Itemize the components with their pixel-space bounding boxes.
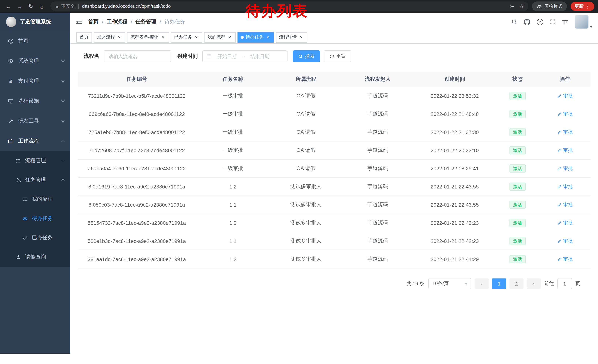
approve-link[interactable]: 审批 (557, 129, 573, 136)
table-row: 725a1eb6-7b88-11ec-8ef0-acde48001122 一级审… (78, 123, 590, 141)
edit-pencil-icon (557, 257, 562, 261)
tab-done-task[interactable]: 已办任务× (171, 32, 202, 42)
sidebar-item-done-task[interactable]: 已办任务 (0, 228, 70, 247)
sidebar-item-system[interactable]: 系统管理 (0, 51, 70, 71)
menu-dots-icon[interactable]: ⋮ (585, 4, 590, 9)
help-icon[interactable]: ? (537, 19, 543, 25)
sidebar-collapse-icon[interactable] (75, 18, 82, 25)
cell-process: OA 请假 (270, 87, 342, 105)
sidebar-item-devtools[interactable]: 研发工具 (0, 111, 70, 131)
approve-link[interactable]: 审批 (557, 238, 573, 244)
sidebar-item-infra[interactable]: 基础设施 (0, 91, 70, 111)
breadcrumb-workflow[interactable]: 工作流程 (107, 18, 127, 25)
tab-todo-task[interactable]: 待办任务× (238, 32, 274, 42)
reset-button[interactable]: 重置 (324, 50, 351, 62)
approve-link[interactable]: 审批 (557, 111, 573, 117)
process-name-input[interactable] (104, 50, 171, 62)
cell-starter: 芋道源码 (342, 178, 414, 196)
todo-task-table: 任务编号 任务名称 所属流程 流程发起人 创建时间 状态 操作 73211 (78, 72, 590, 268)
sidebar-item-todo-task[interactable]: 待办任务 (0, 209, 70, 228)
omnibox-divider: | (78, 4, 79, 9)
font-size-icon[interactable]: TT (562, 19, 568, 25)
sidebar-item-payment[interactable]: ¥ 支付管理 (0, 71, 70, 91)
user-menu[interactable]: ▾ (575, 15, 592, 29)
create-time-label: 创建时间 (177, 53, 198, 60)
approve-link[interactable]: 审批 (557, 219, 573, 226)
cell-starter: 芋道源码 (342, 159, 414, 178)
total-count: 共 16 条 (407, 280, 424, 287)
reload-icon[interactable]: ↻ (26, 1, 36, 11)
chevron-up-icon (61, 178, 65, 182)
col-task-name: 任务名称 (196, 72, 270, 87)
breadcrumb-task-mgmt[interactable]: 任务管理 (136, 18, 156, 25)
approve-link[interactable]: 审批 (557, 202, 573, 208)
bookmark-star-icon[interactable]: ☆ (519, 3, 524, 9)
breadcrumb-home[interactable]: 首页 (88, 18, 99, 25)
sidebar-item-workflow[interactable]: 工作流程 (0, 131, 70, 151)
chevron-up-icon (61, 139, 65, 143)
start-date-input[interactable] (213, 53, 241, 59)
tab-close-icon[interactable]: × (227, 35, 232, 40)
page-button-1[interactable]: 1 (492, 278, 506, 289)
cell-process: 测试多审批人 (270, 214, 342, 232)
chevron-down-icon (61, 119, 65, 123)
approve-link[interactable]: 审批 (557, 147, 573, 154)
fullscreen-icon[interactable] (550, 19, 556, 25)
page-content: 流程名 创建时间 - 搜索 (70, 44, 598, 354)
edit-pencil-icon (557, 112, 562, 116)
sidebar-item-home[interactable]: 首页 (0, 31, 70, 51)
prev-page-button[interactable]: ‹ (475, 278, 489, 289)
cell-process: 测试多审批人 (270, 196, 342, 214)
search-button[interactable]: 搜索 (293, 50, 320, 62)
cell-process: OA 请假 (270, 123, 342, 141)
search-icon[interactable] (511, 19, 517, 25)
back-icon[interactable]: ← (4, 1, 13, 11)
tab-my-process[interactable]: 我的流程× (204, 32, 236, 42)
approve-link[interactable]: 审批 (557, 183, 573, 190)
app-logo[interactable]: 芋道管理系统 (0, 13, 70, 31)
update-button[interactable]: 更新 ⋮ (571, 2, 594, 11)
page-button-2[interactable]: 2 (509, 278, 523, 289)
tab-close-icon[interactable]: × (194, 35, 199, 40)
date-range-picker[interactable]: - (202, 50, 288, 62)
table-row: a6aba0a4-7b6d-11ec-b781-acde48001122 一级审… (78, 159, 590, 178)
sidebar-item-task-mgmt[interactable]: 任务管理 (0, 170, 70, 190)
calendar-icon (206, 54, 212, 59)
breadcrumb-separator: / (160, 19, 161, 25)
tab-close-icon[interactable]: × (265, 35, 270, 40)
home-icon[interactable]: ⌂ (37, 1, 47, 11)
end-date-input[interactable] (246, 53, 274, 59)
approve-link[interactable]: 审批 (557, 165, 573, 172)
chevron-down-icon (61, 159, 65, 163)
sidebar-item-leave-query[interactable]: 请假查询 (0, 247, 70, 267)
tab-close-icon[interactable]: × (117, 35, 122, 40)
edit-pencil-icon (557, 130, 562, 134)
password-key-icon[interactable] (509, 4, 515, 9)
avatar[interactable] (575, 15, 589, 29)
edit-pencil-icon (557, 184, 562, 189)
approve-link[interactable]: 审批 (557, 93, 573, 99)
tab-close-icon[interactable]: × (299, 35, 304, 40)
screenshot-root: ← → ↻ ⌂ ▲ 不安全 | dashboard.yudao.iocoder.… (0, 0, 598, 364)
forward-icon[interactable]: → (15, 1, 25, 11)
tab-start-process[interactable]: 发起流程× (94, 32, 125, 42)
address-bar[interactable]: ▲ 不安全 | dashboard.yudao.iocoder.cn/bpm/t… (50, 1, 528, 11)
cell-starter: 芋道源码 (342, 196, 414, 214)
tab-close-icon[interactable]: × (160, 35, 166, 40)
github-icon[interactable] (524, 19, 530, 25)
goto-label: 前往 (544, 280, 554, 287)
tab-form-edit[interactable]: 流程表单-编辑× (127, 32, 169, 42)
sidebar-item-my-process[interactable]: 我的流程 (0, 190, 70, 209)
cell-create-time: 2022-01-22 21:48:48 (414, 105, 496, 123)
status-badge: 激活 (509, 219, 526, 227)
page-size-select[interactable]: 10条/页 ▼ (428, 278, 471, 289)
filter-form: 流程名 创建时间 - 搜索 (84, 50, 590, 62)
sidebar-item-process-mgmt[interactable]: 流程管理 (0, 151, 70, 170)
cell-task-name: 一级审批 (196, 123, 270, 141)
tab-process-detail[interactable]: 流程详情× (276, 32, 307, 42)
goto-page-input[interactable] (557, 278, 572, 289)
tab-home[interactable]: 首页× (76, 32, 92, 42)
next-page-button[interactable]: › (527, 278, 541, 289)
approve-link[interactable]: 审批 (557, 256, 573, 263)
cell-task-name: 1.2 (196, 250, 270, 268)
